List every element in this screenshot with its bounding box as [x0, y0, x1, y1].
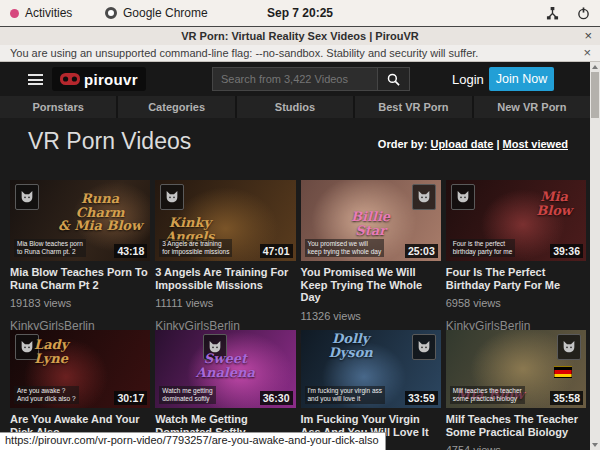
page-scrollbar[interactable] [590, 62, 600, 450]
video-card[interactable]: Mia Blow Milf teaches the teacher some p… [446, 330, 586, 450]
video-title[interactable]: You Promised We Will Keep Trying The Who… [301, 266, 441, 304]
thumb-caption: You promised we will keep trying the who… [305, 239, 385, 257]
logo-text: pirouvr [84, 71, 138, 88]
thumb-caption: Watch me getting dominated softly [159, 386, 215, 404]
studio-cat-logo-icon [412, 184, 436, 210]
duration-badge: 30:17 [114, 391, 147, 405]
thumb-caption: 3 Angels are training for impossible mis… [159, 239, 232, 257]
nav-item-studios[interactable]: Studios [237, 96, 353, 118]
video-thumbnail[interactable]: Dolly Dyson I'm fucking your virgin ass … [301, 330, 441, 408]
site-logo[interactable]: pirouvr [52, 67, 146, 91]
page-title: VR Porn Videos [28, 128, 191, 155]
thumb-caption: I'm fucking your virgin ass and you will… [305, 386, 386, 404]
search-input[interactable] [212, 67, 378, 91]
thumb-caption: Milf teaches the teacher some practical … [450, 386, 525, 404]
clock-menu[interactable]: Sep 7 20:25 [0, 0, 600, 26]
video-card[interactable]: Billie Star You promised we will keep tr… [301, 180, 441, 346]
chrome-infobar: You are using an unsupported command-lin… [0, 45, 600, 62]
studio-cat-logo-icon [451, 184, 475, 210]
tab-title: VR Porn: Virtual Reality Sex Videos | Pi… [181, 30, 418, 42]
duration-badge: 36:30 [260, 391, 293, 405]
video-card[interactable]: Kinky Angels 3 Angels are training for i… [155, 180, 295, 346]
nav-item-pornstars[interactable]: Pornstars [0, 96, 116, 118]
german-flag-icon [554, 366, 572, 378]
video-grid-row-1: Runa Charm & Mia Blow Mia Blow teaches p… [10, 180, 586, 346]
video-title[interactable]: Milf Teaches The Teacher Some Practical … [446, 413, 586, 438]
thumb-caption: Are you awake ? And your dick also ? [14, 386, 79, 404]
screen: Activities Google Chrome Sep 7 20:25 VR … [0, 0, 600, 450]
join-now-button[interactable]: Join Now [489, 67, 554, 91]
video-views: 11326 views [301, 310, 441, 322]
video-title[interactable]: 3 Angels Are Training For Impossible Mis… [155, 266, 295, 291]
thumb-overlay-title: Lady Lyne [34, 338, 68, 365]
infobar-message: You are using an unsupported command-lin… [10, 47, 478, 59]
thumb-overlay-title: Billie Star [301, 210, 441, 237]
video-thumbnail[interactable]: Mia Blow Milf teaches the teacher some p… [446, 330, 586, 408]
scrollbar-up-arrow-icon[interactable] [592, 65, 598, 69]
browser-tab-bar: VR Porn: Virtual Reality Sex Videos | Pi… [0, 26, 600, 45]
studio-cat-logo-icon [160, 184, 184, 210]
duration-badge: 43:18 [114, 244, 147, 258]
network-icon[interactable] [546, 7, 559, 20]
video-views: 11111 views [155, 297, 295, 309]
studio-cat-logo-icon [412, 334, 436, 360]
site-header: pirouvr Login Join Now [0, 62, 590, 96]
tab-close-icon[interactable]: × [584, 27, 592, 44]
video-thumbnail[interactable]: Billie Star You promised we will keep tr… [301, 180, 441, 261]
webpage: pirouvr Login Join Now Pornstars Categor… [0, 62, 590, 450]
power-icon[interactable] [577, 7, 590, 20]
duration-badge: 39:36 [550, 244, 583, 258]
order-most-viewed-link[interactable]: Most viewed [503, 138, 568, 150]
search-icon [387, 73, 400, 86]
video-thumbnail[interactable]: Lady Lyne Are you awake ? And your dick … [10, 330, 150, 408]
studio-cat-logo-icon [557, 334, 581, 360]
search-button[interactable] [378, 67, 410, 91]
infobar-close-icon[interactable]: × [583, 45, 591, 61]
thumb-overlay-title: Sweet Analena [155, 352, 295, 379]
link-status-tooltip: https://pirouvr.com/vr-porn-video/779325… [0, 432, 386, 450]
video-title[interactable]: Four Is The Perfect Birthday Party For M… [446, 266, 586, 291]
thumb-caption: Mia Blow teaches porn to Runa Charm pt. … [14, 239, 86, 257]
nav-item-new-vr-porn[interactable]: New VR Porn [474, 96, 590, 118]
video-title[interactable]: Mia Blow Teaches Porn To Runa Charm Pt 2 [10, 266, 150, 291]
order-by-label: Order by: [378, 138, 428, 150]
thumb-overlay-title: Dolly Dyson [329, 332, 373, 359]
video-card[interactable]: Mia Blow Four is the perfect birthday pa… [446, 180, 586, 346]
video-thumbnail[interactable]: Mia Blow Four is the perfect birthday pa… [446, 180, 586, 261]
thumb-overlay-title: Mia Blow [536, 190, 572, 217]
order-by-controls: Order by: Upload date | Most viewed [378, 138, 568, 150]
vr-goggles-icon [60, 73, 80, 85]
hamburger-menu-icon[interactable] [28, 74, 43, 88]
duration-badge: 35:58 [550, 391, 583, 405]
duration-badge: 33:59 [405, 391, 438, 405]
studio-cat-logo-icon [15, 184, 39, 210]
video-views: 4754 views [446, 444, 586, 450]
login-link[interactable]: Login [452, 72, 484, 87]
order-separator: | [496, 138, 499, 150]
video-thumbnail[interactable]: Runa Charm & Mia Blow Mia Blow teaches p… [10, 180, 150, 261]
video-card[interactable]: Runa Charm & Mia Blow Mia Blow teaches p… [10, 180, 150, 346]
thumb-overlay-title: Runa Charm & Mia Blow [58, 192, 142, 233]
video-thumbnail[interactable]: Sweet Analena Watch me getting dominated… [155, 330, 295, 408]
video-views: 6958 views [446, 297, 586, 309]
duration-badge: 25:03 [405, 244, 438, 258]
system-top-bar: Activities Google Chrome Sep 7 20:25 [0, 0, 600, 26]
nav-item-best-vr-porn[interactable]: Best VR Porn [355, 96, 471, 118]
video-views: 19183 views [10, 297, 150, 309]
video-thumbnail[interactable]: Kinky Angels 3 Angels are training for i… [155, 180, 295, 261]
order-upload-date-link[interactable]: Upload date [430, 138, 493, 150]
nav-item-categories[interactable]: Categories [118, 96, 234, 118]
scrollbar-down-arrow-icon[interactable] [592, 443, 598, 447]
thumb-caption: Four is the perfect birthday party for m… [450, 239, 516, 257]
scrollbar-thumb[interactable] [591, 72, 599, 118]
duration-badge: 47:01 [260, 244, 293, 258]
main-nav: Pornstars Categories Studios Best VR Por… [0, 96, 590, 118]
